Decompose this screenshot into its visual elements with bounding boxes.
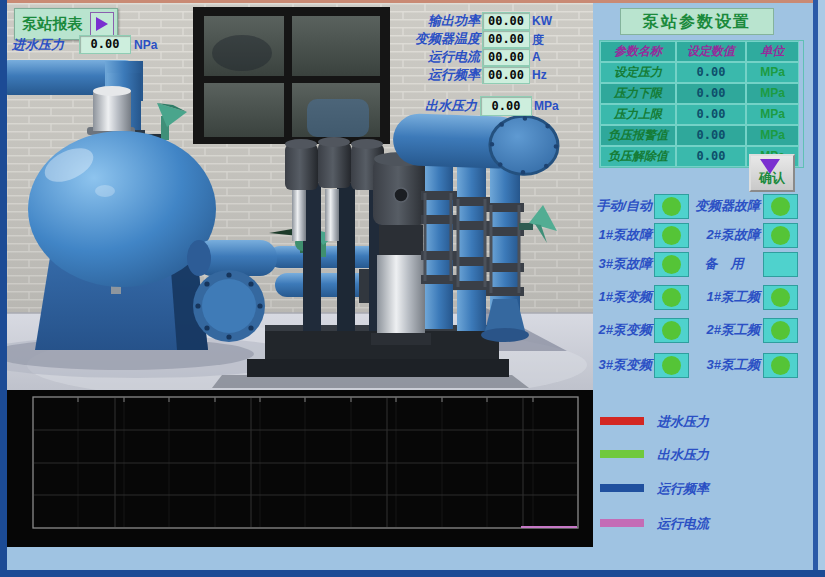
param-unit: MPa <box>746 62 799 83</box>
status-led-pump3-fault <box>654 252 689 277</box>
confirm-button[interactable]: 确认 <box>749 154 795 192</box>
frame-edge-bottom <box>0 570 825 577</box>
status-led-pump1-vfd <box>654 285 689 310</box>
status-led-spare <box>763 252 798 277</box>
inverter-temp-unit: 度 <box>532 32 544 49</box>
status-label: 变频器故障 <box>688 197 760 215</box>
main-pump <box>371 152 431 345</box>
legend-swatch-inlet <box>600 417 644 425</box>
run-current-unit: A <box>532 50 541 64</box>
legend-swatch-outlet <box>600 450 644 458</box>
status-led-pump2-mains <box>763 318 798 343</box>
legend-swatch-frequency <box>600 484 644 492</box>
report-button-label: 泵站报表 <box>15 15 90 34</box>
inlet-pressure-label: 进水压力 <box>12 38 64 52</box>
frame-edge-right <box>813 0 818 577</box>
run-current-value: 00.00 <box>482 48 530 66</box>
inlet-pressure-unit: NPa <box>134 38 157 52</box>
frame-edge-left <box>0 0 7 577</box>
param-value-input[interactable]: 0.00 <box>676 146 746 167</box>
status-led-pump3-mains <box>763 353 798 378</box>
play-icon <box>90 12 114 36</box>
settings-panel-title: 泵站参数设置 <box>620 8 774 35</box>
window <box>193 7 390 144</box>
pump-motor <box>285 137 384 190</box>
status-label: 3#泵工频 <box>688 356 760 374</box>
confirm-button-label: 确认 <box>753 169 791 187</box>
status-label: 2#泵工频 <box>688 321 760 339</box>
output-power-unit: KW <box>532 14 552 28</box>
status-label: 3#泵故障 <box>590 255 652 273</box>
param-name: 设定压力 <box>600 62 676 83</box>
param-unit: MPa <box>746 125 799 146</box>
col-header-value: 设定数值 <box>676 41 746 62</box>
output-power-value: 00.00 <box>482 12 530 30</box>
parameter-table: 参数名称 设定数值 单位 设定压力 0.00 MPa 压力下限 0.00 MPa… <box>599 40 804 168</box>
run-frequency-value: 00.00 <box>482 66 530 84</box>
output-power-label: 输出功率 <box>385 14 480 28</box>
run-frequency-label: 运行频率 <box>385 68 480 82</box>
outlet-pressure-value: 0.00 <box>480 96 532 116</box>
param-name: 压力下限 <box>600 83 676 104</box>
frame-edge-top <box>7 0 813 3</box>
status-label: 1#泵变频 <box>590 288 652 306</box>
flange-disc <box>193 270 265 342</box>
status-label: 手动/自动 <box>590 197 652 215</box>
param-unit: MPa <box>746 104 799 125</box>
status-led-pump3-vfd <box>654 353 689 378</box>
status-label: 3#泵变频 <box>590 356 652 374</box>
param-name: 压力上限 <box>600 104 676 125</box>
status-led-manual-auto <box>654 194 689 219</box>
status-label: 1#泵工频 <box>688 288 760 306</box>
inverter-temp-label: 变频器温度 <box>385 32 480 46</box>
inlet-pressure-value: 0.00 <box>79 35 131 54</box>
status-led-inverter-fault <box>763 194 798 219</box>
status-led-pump2-vfd <box>654 318 689 343</box>
status-label: 1#泵故障 <box>590 226 652 244</box>
status-label: 2#泵变频 <box>590 321 652 339</box>
param-value-input[interactable]: 0.00 <box>676 62 746 83</box>
tank-top-cylinder <box>87 86 135 135</box>
trend-chart-plot <box>7 390 593 547</box>
col-header-name: 参数名称 <box>600 41 676 62</box>
param-name: 负压报警值 <box>600 125 676 146</box>
inverter-temp-value: 00.00 <box>482 30 530 48</box>
frame-edge-far-right <box>818 0 825 577</box>
param-unit: MPa <box>746 83 799 104</box>
outlet-pressure-unit: MPa <box>534 99 559 113</box>
trend-chart <box>7 390 593 547</box>
run-frequency-unit: Hz <box>532 68 547 82</box>
status-led-pump1-mains <box>763 285 798 310</box>
legend-label: 运行频率 <box>657 480 709 498</box>
status-label: 备 用 <box>688 255 760 273</box>
status-led-pump1-fault <box>654 223 689 248</box>
param-name: 负压解除值 <box>600 146 676 167</box>
legend-label: 运行电流 <box>657 515 709 533</box>
param-value-input[interactable]: 0.00 <box>676 104 746 125</box>
col-header-unit: 单位 <box>746 41 799 62</box>
run-current-label: 运行电流 <box>385 50 480 64</box>
legend-label: 进水压力 <box>657 413 709 431</box>
status-led-pump2-fault <box>763 223 798 248</box>
param-value-input[interactable]: 0.00 <box>676 125 746 146</box>
status-label: 2#泵故障 <box>688 226 760 244</box>
legend-swatch-current <box>600 519 644 527</box>
hmi-screen: 泵站报表 进水压力 0.00 NPa 输出功率 00.00 KW 变频器温度 0… <box>0 0 825 577</box>
outlet-pressure-label: 出水压力 <box>385 99 477 113</box>
legend-label: 出水压力 <box>657 446 709 464</box>
param-value-input[interactable]: 0.00 <box>676 83 746 104</box>
